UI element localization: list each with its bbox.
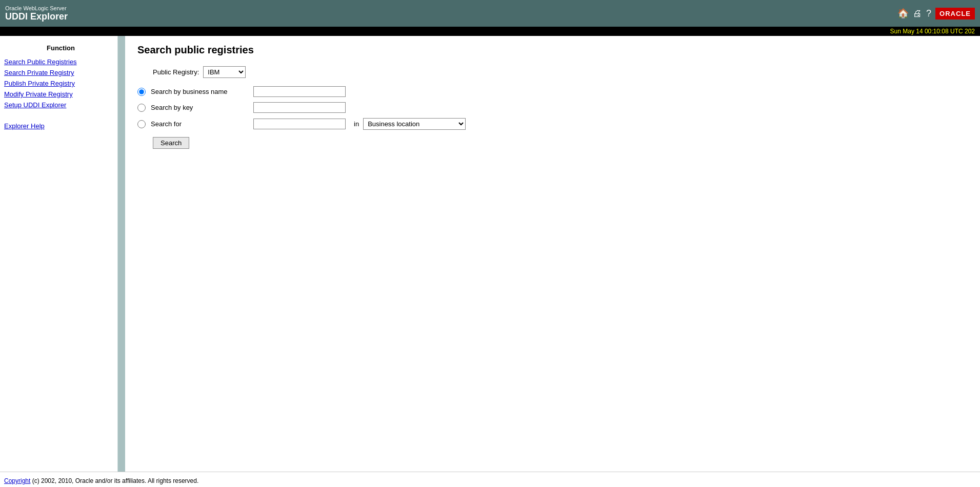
app-title: UDDI Explorer	[5, 11, 68, 22]
registry-select[interactable]: IBM Microsoft SAP NTT	[203, 66, 246, 78]
sidebar-item-explorer-help[interactable]: Explorer Help	[4, 122, 117, 130]
sidebar-item-setup-uddi[interactable]: Setup UDDI Explorer	[4, 101, 117, 109]
label-business-name: Search by business name	[151, 88, 253, 95]
in-label: in	[354, 120, 359, 128]
sidebar-divider	[118, 36, 125, 472]
content-area: Search public registries Public Registry…	[125, 36, 980, 472]
input-business-name[interactable]	[253, 86, 346, 97]
header-branding: Oracle WebLogic Server UDDI Explorer	[5, 5, 68, 22]
search-row-business-name: Search by business name	[137, 86, 968, 97]
sidebar-item-search-public[interactable]: Search Public Registries	[4, 58, 117, 66]
header: Oracle WebLogic Server UDDI Explorer 🏠 🖨…	[0, 0, 980, 27]
main-layout: Function Search Public Registries Search…	[0, 36, 980, 472]
page-title: Search public registries	[137, 44, 968, 56]
sidebar-item-publish-private[interactable]: Publish Private Registry	[4, 80, 117, 87]
header-actions: 🏠 🖨 ? ORACLE	[897, 8, 975, 20]
sidebar-item-modify-private[interactable]: Modify Private Registry	[4, 90, 117, 98]
app-name: Oracle WebLogic Server	[5, 5, 68, 11]
home-icon[interactable]: 🏠	[897, 8, 909, 19]
radio-by-key[interactable]	[137, 104, 146, 112]
location-select[interactable]: Business location Service name Service k…	[363, 118, 466, 130]
copyright-link[interactable]: Copyright	[4, 477, 30, 484]
copyright-text: (c) 2002, 2010, Oracle and/or its affili…	[30, 477, 198, 484]
search-button-row: Search	[153, 137, 968, 149]
search-form: Public Registry: IBM Microsoft SAP NTT S…	[137, 66, 968, 149]
public-registry-row: Public Registry: IBM Microsoft SAP NTT	[153, 66, 968, 78]
radio-search-for[interactable]	[137, 120, 146, 128]
search-button[interactable]: Search	[153, 137, 189, 149]
sidebar: Function Search Public Registries Search…	[0, 36, 118, 472]
sidebar-item-search-private[interactable]: Search Private Registry	[4, 69, 117, 76]
search-row-search-for: Search for in Business location Service …	[137, 118, 968, 130]
status-time: Sun May 14 00:10:08 UTC 202	[890, 28, 975, 35]
help-icon[interactable]: ?	[926, 8, 931, 19]
radio-business-name[interactable]	[137, 88, 146, 96]
sidebar-function-label: Function	[4, 44, 117, 52]
oracle-logo: ORACLE	[935, 8, 975, 20]
input-by-key[interactable]	[253, 102, 346, 113]
footer: Copyright (c) 2002, 2010, Oracle and/or …	[0, 472, 980, 487]
search-row-by-key: Search by key	[137, 102, 968, 113]
status-bar: Sun May 14 00:10:08 UTC 202	[0, 27, 980, 36]
label-search-for: Search for	[151, 120, 253, 128]
public-registry-label: Public Registry:	[153, 68, 199, 76]
printer-icon[interactable]: 🖨	[913, 8, 922, 19]
input-search-for[interactable]	[253, 119, 346, 129]
label-by-key: Search by key	[151, 104, 253, 111]
